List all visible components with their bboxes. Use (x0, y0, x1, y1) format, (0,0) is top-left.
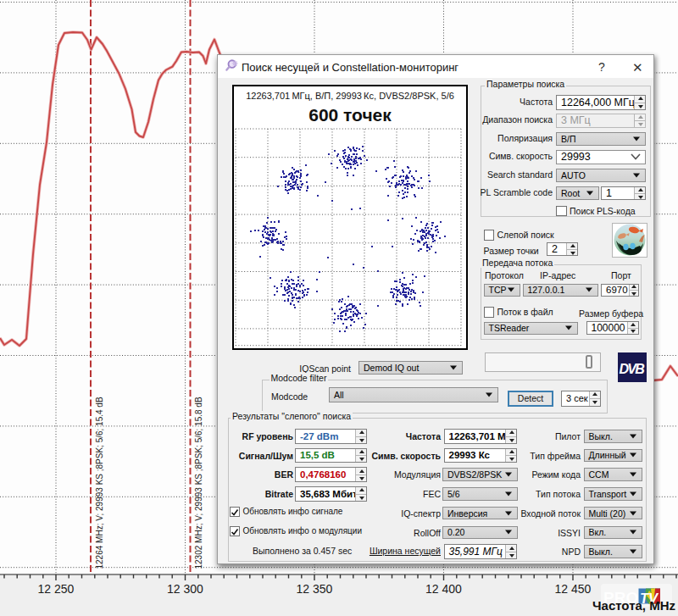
svg-text:12 350: 12 350 (297, 582, 333, 596)
svg-text:Частота, MHz: Частота, MHz (592, 598, 675, 613)
svg-text:12 450: 12 450 (555, 582, 592, 596)
svg-text:12264 MHz; V; 29993 KS ;8PSK;: 12264 MHz; V; 29993 KS ;8PSK; 5/6; 15.4 … (95, 397, 104, 569)
svg-text:12 300: 12 300 (167, 582, 203, 596)
svg-text:12 400: 12 400 (425, 582, 462, 596)
svg-text:12302 MHz; V; 29993 KS ;8PSK;: 12302 MHz; V; 29993 KS ;8PSK; 5/6; 15.8 … (194, 397, 203, 569)
svg-text:DVB: DVB (619, 362, 644, 376)
svg-text:12 250: 12 250 (38, 582, 75, 596)
